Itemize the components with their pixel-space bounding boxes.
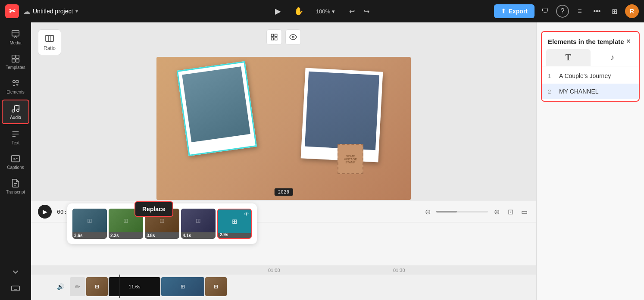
elements-panel-title: Elements in the template bbox=[548, 38, 624, 45]
zoom-control[interactable]: 100% ▾ bbox=[313, 6, 338, 16]
elements-panel: Elements in the template × T ♪ 1 A Coupl… bbox=[541, 31, 640, 102]
fit-button[interactable]: ⊡ bbox=[505, 206, 516, 217]
svg-point-16 bbox=[292, 36, 294, 38]
zoom-chevron-icon: ▾ bbox=[332, 8, 335, 15]
elements-panel-tabs: T ♪ bbox=[542, 49, 639, 66]
elements-list: 1 A Couple's Journey 2 MY CHANNEL bbox=[542, 66, 639, 101]
canvas-area: Ratio SOME bbox=[31, 22, 536, 300]
sidebar-item-templates[interactable]: Templates bbox=[2, 50, 29, 73]
avatar[interactable]: R bbox=[625, 4, 639, 18]
svg-rect-0 bbox=[12, 31, 19, 36]
svg-point-7 bbox=[12, 110, 15, 112]
shield-button[interactable]: 🛡 bbox=[539, 5, 552, 18]
zoom-value: 100% bbox=[316, 8, 330, 15]
sidebar-bottom bbox=[2, 264, 29, 297]
elements-item-2[interactable]: 2 MY CHANNEL bbox=[542, 84, 639, 99]
thumb-eye-icon: 👁 bbox=[244, 211, 249, 217]
timeline-track-area: 01:00 01:30 🔊 ✏ ⊞ 11.6s bbox=[31, 266, 536, 300]
sidebar-item-audio[interactable]: Audio bbox=[2, 100, 29, 124]
track-segment-1[interactable]: ⊞ bbox=[86, 277, 108, 296]
photo-right-image bbox=[305, 72, 379, 150]
sidebar-item-keyboard[interactable] bbox=[2, 280, 29, 297]
topbar-center-tools: ▶ ✋ 100% ▾ ↩ ↪ bbox=[271, 4, 373, 18]
volume-icon[interactable]: 🔊 bbox=[57, 283, 64, 290]
grid-tool-button[interactable] bbox=[266, 29, 282, 45]
timeline-needle bbox=[119, 275, 120, 298]
cloud-icon: ☁ bbox=[23, 7, 30, 16]
right-panel: Elements in the template × T ♪ 1 A Coupl… bbox=[536, 22, 644, 300]
ruler-mark-1: 01:00 bbox=[268, 268, 280, 273]
track-segment-2[interactable]: 11.6s bbox=[109, 277, 160, 296]
photo-frame-left[interactable] bbox=[177, 61, 257, 156]
hand-tool-button[interactable]: ✋ bbox=[292, 4, 306, 18]
help-button[interactable]: ? bbox=[556, 5, 569, 18]
ratio-button[interactable]: Ratio bbox=[38, 29, 61, 55]
svg-rect-11 bbox=[46, 35, 53, 41]
canvas-background: SOME VINTAGE STAMP 2020 bbox=[156, 57, 411, 200]
ruler-mark-2: 01:30 bbox=[393, 268, 405, 273]
elements-panel-close-button[interactable]: × bbox=[624, 37, 633, 46]
track-edit-button[interactable]: ✏ bbox=[70, 277, 85, 296]
media-thumb-1[interactable]: ⊞ 3.6s bbox=[72, 209, 107, 239]
timeline-zoom-controls: ⊖ ⊕ ⊡ ▭ bbox=[422, 206, 529, 217]
elements-item-1[interactable]: 1 A Couple's Journey bbox=[542, 68, 639, 84]
sidebar-item-text[interactable]: Text bbox=[2, 126, 29, 149]
topbar-right: ⬆ Export 🛡 ? ≡ ••• ⊞ R bbox=[494, 4, 639, 18]
play-button[interactable]: ▶ bbox=[38, 205, 52, 219]
left-sidebar: Media Templates Elements Audio Text Capt… bbox=[0, 22, 31, 300]
svg-point-8 bbox=[17, 109, 19, 111]
track-segment-4[interactable]: ⊞ bbox=[205, 277, 227, 296]
svg-point-5 bbox=[13, 81, 15, 83]
redo-button[interactable]: ↪ bbox=[360, 5, 373, 18]
sidebar-item-more[interactable] bbox=[2, 264, 29, 280]
caption-toggle-button[interactable]: ▭ bbox=[519, 206, 529, 217]
svg-rect-12 bbox=[271, 34, 273, 36]
svg-rect-10 bbox=[12, 286, 19, 291]
elements-tab-text[interactable]: T bbox=[546, 49, 591, 66]
track-seg2-label: 11.6s bbox=[129, 284, 141, 289]
date-label: 2020 bbox=[275, 188, 293, 196]
svg-rect-4 bbox=[16, 59, 19, 62]
svg-rect-1 bbox=[12, 55, 15, 58]
svg-rect-2 bbox=[16, 55, 19, 58]
track-segment-3[interactable]: ⊞ bbox=[161, 277, 204, 296]
eye-tool-button[interactable] bbox=[285, 29, 301, 45]
canvas-toolbar bbox=[266, 29, 301, 45]
zoom-in-button[interactable]: ⊕ bbox=[491, 206, 502, 217]
timeline-area: ▶ 00:13:23 | 00:20:19 ⊖ ⊕ ⊡ ▭ bbox=[31, 201, 536, 300]
sidebar-item-media[interactable]: Media bbox=[2, 26, 29, 49]
chevron-down-icon[interactable]: ▾ bbox=[75, 8, 78, 14]
export-button[interactable]: ⬆ Export bbox=[494, 4, 535, 18]
timeline-ruler: 01:00 01:30 bbox=[31, 266, 536, 275]
svg-rect-14 bbox=[271, 38, 273, 40]
undo-button[interactable]: ↩ bbox=[345, 5, 358, 18]
media-thumb-4[interactable]: ⊞ 4.1s bbox=[181, 209, 216, 239]
svg-rect-3 bbox=[12, 59, 15, 62]
export-label: Export bbox=[509, 8, 528, 15]
pointer-tool-button[interactable]: ▶ bbox=[271, 4, 285, 18]
sidebar-item-transcript[interactable]: Transcript bbox=[2, 175, 29, 198]
media-thumb-5[interactable]: ⊞ 2.9s 👁 bbox=[217, 209, 252, 239]
layout-button[interactable]: ⊞ bbox=[608, 5, 621, 18]
svg-rect-6 bbox=[16, 81, 18, 83]
photo-left-image bbox=[182, 66, 250, 142]
project-name[interactable]: Untitled project bbox=[33, 8, 73, 15]
project-info: ☁ Untitled project ▾ bbox=[23, 7, 78, 16]
zoom-slider[interactable] bbox=[436, 211, 488, 212]
canvas-preview[interactable]: SOME VINTAGE STAMP 2020 bbox=[156, 57, 411, 200]
ratio-label: Ratio bbox=[44, 45, 56, 51]
export-icon: ⬆ bbox=[501, 8, 506, 15]
zoom-out-button[interactable]: ⊖ bbox=[422, 206, 433, 217]
main-area: Media Templates Elements Audio Text Capt… bbox=[0, 22, 644, 300]
more-button[interactable]: ••• bbox=[591, 5, 603, 18]
stamp-element: SOME VINTAGE STAMP bbox=[338, 144, 363, 174]
sidebar-item-captions[interactable]: Captions bbox=[2, 150, 29, 173]
svg-rect-15 bbox=[275, 38, 277, 40]
topbar: ✂ ☁ Untitled project ▾ ▶ ✋ 100% ▾ ↩ ↪ ⬆ … bbox=[0, 0, 644, 22]
app-logo: ✂ bbox=[5, 4, 19, 18]
sidebar-item-elements[interactable]: Elements bbox=[2, 75, 29, 98]
replace-tooltip[interactable]: Replace bbox=[134, 201, 173, 217]
stack-button[interactable]: ≡ bbox=[573, 5, 586, 18]
elements-panel-header: Elements in the template × bbox=[542, 32, 639, 49]
elements-tab-music[interactable]: ♪ bbox=[591, 49, 635, 66]
